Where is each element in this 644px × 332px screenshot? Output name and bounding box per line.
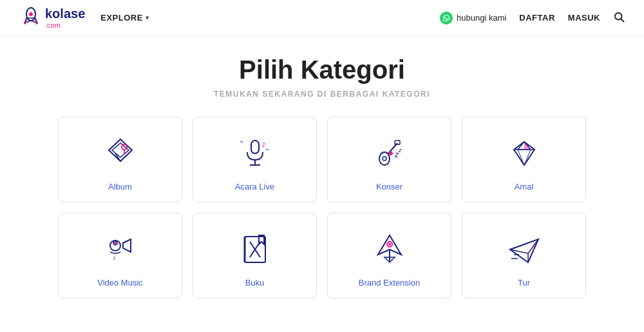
chevron-down-icon: ▾ [146, 14, 149, 21]
logo-text: kolase .com [45, 6, 85, 29]
whatsapp-icon [440, 12, 453, 24]
category-card-konser[interactable]: z z Konser [327, 117, 451, 202]
category-grid: Album ♪ ~ ~ Acara Live [58, 117, 586, 298]
main-content: Pilih Kategori TEMUKAN SEKARANG DI BERBA… [0, 36, 644, 311]
svg-marker-33 [123, 239, 131, 252]
svg-rect-12 [251, 141, 259, 153]
category-card-tur[interactable]: Tur [462, 213, 586, 298]
explore-label: EXPLORE [100, 13, 143, 23]
amal-label: Amal [515, 182, 534, 191]
category-card-acara-live[interactable]: ♪ ~ ~ Acara Live [193, 117, 317, 202]
logo-icon [19, 5, 43, 31]
logo[interactable]: kolase .com [19, 5, 85, 31]
daftar-button[interactable]: DAFTAR [519, 13, 554, 23]
buku-icon [234, 229, 276, 270]
svg-text:♪: ♪ [113, 254, 116, 261]
album-label: Album [108, 182, 132, 191]
navbar-right: hubungi kami DAFTAR MASUK [440, 11, 625, 25]
brand-extension-icon [369, 229, 410, 270]
page-subtitle: TEMUKAN SEKARANG DI BERBAGAI KATEGORI [13, 90, 631, 99]
svg-line-6 [621, 19, 623, 21]
album-icon [100, 133, 141, 174]
whatsapp-button[interactable]: hubungi kami [440, 12, 506, 24]
svg-point-45 [388, 243, 391, 246]
video-music-label: Video Music [97, 278, 143, 288]
acara-live-label: Acara Live [235, 182, 274, 191]
category-card-album[interactable]: Album [58, 117, 182, 202]
svg-point-22 [389, 151, 393, 155]
svg-point-2 [29, 12, 33, 16]
svg-text:z: z [398, 147, 402, 153]
svg-point-18 [379, 152, 390, 165]
explore-button[interactable]: EXPLORE ▾ [100, 13, 149, 23]
navbar-left: kolase .com EXPLORE ▾ [19, 5, 149, 31]
acara-live-icon: ♪ ~ ~ [234, 133, 276, 174]
masuk-button[interactable]: MASUK [568, 13, 600, 23]
tur-label: Tur [518, 278, 530, 288]
category-card-brand-extension[interactable]: Brand Extension [327, 213, 451, 298]
amal-icon [504, 133, 545, 174]
whatsapp-label: hubungi kami [457, 13, 506, 23]
search-icon[interactable] [613, 11, 625, 25]
navbar: kolase .com EXPLORE ▾ hubungi kami DAFTA… [0, 0, 644, 36]
svg-text:~: ~ [240, 139, 243, 146]
category-card-video-music[interactable]: ♪ Video Music [58, 213, 182, 298]
page-title: Pilih Kategori [13, 55, 631, 84]
konser-icon: z z [369, 133, 410, 174]
svg-point-19 [383, 157, 386, 161]
tur-icon [504, 229, 545, 270]
konser-label: Konser [376, 182, 402, 191]
category-card-amal[interactable]: Amal [462, 117, 586, 202]
brand-extension-label: Brand Extension [359, 278, 420, 288]
video-music-icon: ♪ [100, 229, 141, 270]
buku-label: Buku [245, 278, 265, 288]
svg-point-34 [114, 242, 117, 244]
category-card-buku[interactable]: Buku [193, 213, 317, 298]
svg-text:~: ~ [265, 146, 269, 153]
